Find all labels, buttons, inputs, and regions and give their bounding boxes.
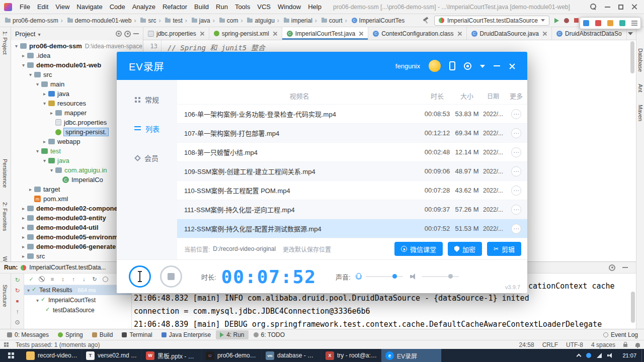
toolwindow-favorites-button[interactable]: 2: Favorites xyxy=(2,202,8,231)
line-separator[interactable]: CRLF xyxy=(542,341,558,348)
menu-window[interactable]: Window xyxy=(274,2,304,12)
test-result-method[interactable]: testDataSource664 ms xyxy=(24,305,131,315)
menu-help[interactable]: Help xyxy=(304,2,325,12)
clock[interactable]: 21:07 xyxy=(622,352,636,358)
editor-tab-imperialcourttest[interactable]: ImperialCourtTest.java xyxy=(282,27,368,40)
video-row-106[interactable]: 106-单一架构案例-业务功能-登录检查-代码实现.mp400:08:5353.… xyxy=(177,104,527,123)
start-button[interactable] xyxy=(0,349,22,362)
expand-collapse-icon[interactable] xyxy=(59,275,67,283)
close-tab-icon[interactable] xyxy=(359,32,363,36)
tree-item-project-root[interactable]: pro06-demo-ssmD:\idea-maven-space xyxy=(11,41,143,51)
gear-icon[interactable] xyxy=(609,264,615,271)
more-button[interactable] xyxy=(511,205,521,215)
project-panel-title[interactable]: Project xyxy=(15,30,35,38)
speaker-icon[interactable] xyxy=(410,274,417,280)
ev-titlebar[interactable]: EV录屏 fengunix xyxy=(117,52,527,80)
toolwindow-javaee-button[interactable]: Java Enterprise xyxy=(157,330,215,339)
event-log-button[interactable]: Event Log xyxy=(599,330,641,339)
settings-icon[interactable] xyxy=(464,62,471,70)
sort-icon[interactable] xyxy=(48,275,56,283)
rerun-icon[interactable] xyxy=(14,276,22,284)
close-tab-icon[interactable] xyxy=(273,32,277,36)
rerun-failed-icon[interactable] xyxy=(14,287,22,295)
hide-panel-icon[interactable] xyxy=(622,267,628,268)
editor-tab-contextconfiguration[interactable]: ContextConfiguration.class xyxy=(368,27,466,40)
expand-arrow-icon[interactable] xyxy=(41,139,48,144)
expand-arrow-icon[interactable] xyxy=(20,244,27,249)
toolwindow-messages-button[interactable]: 0: Messages xyxy=(3,330,53,339)
gear-icon[interactable] xyxy=(124,31,131,37)
toolwindow-persistence-button[interactable]: Persistence xyxy=(2,159,8,188)
show-ignored-icon[interactable] xyxy=(38,275,46,283)
stop-icon[interactable] xyxy=(14,297,22,305)
toolwindow-structure-button[interactable]: Structure xyxy=(2,285,8,307)
close-tab-icon[interactable] xyxy=(200,32,204,36)
file-encoding[interactable]: UTF-8 xyxy=(566,341,583,348)
avatar[interactable] xyxy=(429,60,441,72)
volume-icon[interactable] xyxy=(607,353,613,358)
breadcrumb-class[interactable]: ImperialCourtTes xyxy=(343,17,405,24)
phone-icon[interactable] xyxy=(449,61,455,70)
close-tab-icon[interactable] xyxy=(458,32,462,36)
editor-scrollbar[interactable] xyxy=(630,41,634,73)
taskbar-item-wps[interactable]: 黑板.pptx - WPS Of... xyxy=(142,349,202,362)
wechat-class-button[interactable]: 微信课堂 xyxy=(394,242,443,256)
close-icon[interactable] xyxy=(509,63,515,69)
build-hammer-icon[interactable] xyxy=(423,17,429,24)
expand-arrow-icon[interactable] xyxy=(34,148,41,154)
expand-arrow-icon[interactable] xyxy=(27,72,34,77)
stop-icon[interactable] xyxy=(574,18,579,23)
toolwindow-switcher-icon[interactable] xyxy=(4,342,9,347)
menu-analyze[interactable]: Analyze xyxy=(129,2,159,12)
tray-ev-icon[interactable] xyxy=(586,353,591,358)
ev-nav-member[interactable]: 会员 xyxy=(117,143,177,172)
toolwindow-ant-button[interactable]: Ant xyxy=(637,84,643,93)
video-row-110[interactable]: 110-SSM案例-各工程配置 POM.mp400:07:2843.62 M20… xyxy=(177,180,527,200)
more-button[interactable] xyxy=(511,186,521,196)
pin-icon[interactable] xyxy=(14,318,22,326)
breadcrumb-module[interactable]: demo-module01-web xyxy=(58,17,132,24)
video-row-108[interactable]: 108-第一只螃蟹小结.mp400:02:4812.14 M2022/... xyxy=(177,142,527,161)
toolwindow-todo-button[interactable]: 6: TODO xyxy=(250,330,289,339)
expand-arrow-icon[interactable] xyxy=(20,206,27,211)
close-icon[interactable] xyxy=(631,4,637,10)
menu-file[interactable]: File xyxy=(16,2,34,12)
expand-arrow-icon[interactable] xyxy=(13,43,20,49)
microphone-icon[interactable] xyxy=(356,273,361,281)
menu-code[interactable]: Code xyxy=(106,2,129,12)
editor-tab-spring-persist[interactable]: spring-persist.xml xyxy=(209,27,282,40)
expand-arrow-icon[interactable] xyxy=(27,287,30,294)
show-desktop-button[interactable] xyxy=(641,349,644,362)
breadcrumb-com[interactable]: com xyxy=(210,17,238,24)
taskbar-item-ev[interactable]: EV录屏 xyxy=(381,349,441,362)
more-button[interactable] xyxy=(511,128,521,138)
taskbar-item-typora[interactable]: verse02.md - Typora xyxy=(82,349,142,362)
expand-arrow-icon[interactable] xyxy=(41,101,48,106)
toolwindow-spring-button[interactable]: Spring xyxy=(54,330,87,339)
tray-expand-icon[interactable] xyxy=(577,354,582,359)
maximize-icon[interactable] xyxy=(618,5,623,10)
expand-arrow-icon[interactable] xyxy=(20,225,27,230)
debug-icon[interactable] xyxy=(564,18,569,23)
breadcrumb-java[interactable]: java xyxy=(183,17,210,24)
tab-overflow-icon[interactable] xyxy=(628,32,633,35)
caret-position[interactable]: 24:58 xyxy=(519,341,534,348)
breadcrumb-court[interactable]: court xyxy=(312,17,343,24)
network-icon[interactable] xyxy=(597,353,602,358)
video-row-107[interactable]: 107-单一架构案例-打包部署.mp400:12:1269.34 M2022/.… xyxy=(177,123,527,142)
export-results-icon[interactable] xyxy=(14,308,22,316)
expand-arrow-icon[interactable] xyxy=(48,110,55,116)
expand-arrow-icon[interactable] xyxy=(41,158,48,163)
more-button[interactable] xyxy=(511,147,521,157)
expand-arrow-icon[interactable] xyxy=(34,81,41,87)
next-failed-icon[interactable] xyxy=(80,275,88,283)
menu-edit[interactable]: Edit xyxy=(34,2,52,12)
expand-arrow-icon[interactable] xyxy=(20,62,27,68)
change-location-link[interactable]: 更改默认保存位置 xyxy=(283,245,331,253)
dropdown-icon[interactable] xyxy=(480,65,485,68)
menu-view[interactable]: View xyxy=(52,2,73,12)
chevron-down-icon[interactable] xyxy=(38,30,40,38)
video-row-109[interactable]: 109-SSM案例-创建工程-建立工程间关系.mp400:09:0648.97 … xyxy=(177,161,527,180)
slider-knob[interactable] xyxy=(392,274,397,279)
pause-record-button[interactable] xyxy=(129,265,151,288)
